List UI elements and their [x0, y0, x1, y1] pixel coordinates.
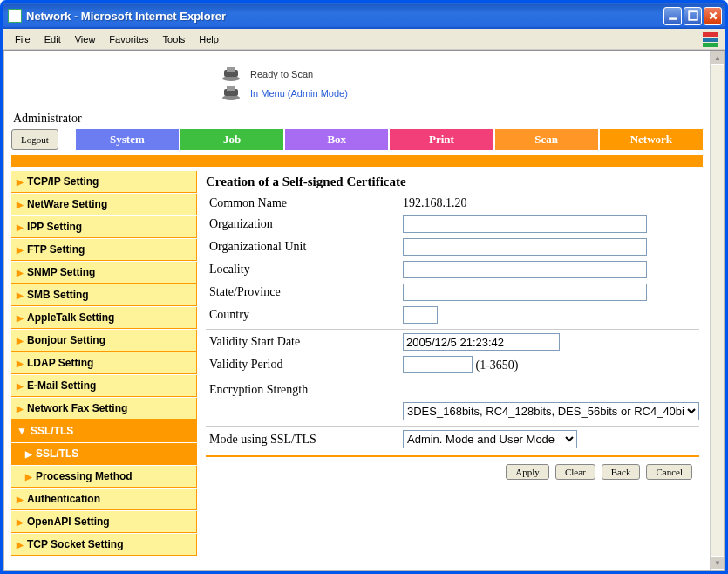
arrow-right-icon: ▶ [17, 313, 24, 323]
svg-rect-0 [669, 17, 677, 19]
menu-favorites[interactable]: Favorites [102, 31, 155, 47]
logout-button[interactable]: Logout [11, 129, 58, 150]
scroll-down-icon[interactable]: ▼ [711, 556, 725, 570]
arrow-right-icon: ▶ [17, 359, 24, 368]
arrow-down-icon: ▼ [17, 425, 27, 437]
minimize-button[interactable] [663, 7, 682, 25]
encryption-select[interactable]: 3DES_168bits, RC4_128bits, DES_56bits or… [403, 402, 699, 420]
ie-logo-icon [701, 30, 720, 49]
browser-viewport: Ready to Scan In Menu (Admin Mode) Admin… [3, 50, 725, 571]
state-input[interactable] [403, 284, 647, 301]
device-status: Ready to Scan In Menu (Admin Mode) [221, 66, 703, 101]
status-ready-label: Ready to Scan [250, 69, 313, 79]
menu-edit[interactable]: Edit [37, 31, 68, 47]
vertical-scrollbar[interactable]: ▲ ▼ [710, 51, 724, 570]
menu-tools[interactable]: Tools [156, 31, 193, 47]
sidebar-item-snmp[interactable]: ▶SNMP Setting [11, 262, 197, 284]
apply-button[interactable]: Apply [506, 464, 549, 480]
svg-rect-4 [703, 43, 718, 47]
action-row: Apply Clear Back Cancel [206, 464, 699, 480]
section-divider [11, 155, 703, 167]
maximize-button[interactable] [684, 7, 702, 25]
validity-period-input[interactable] [403, 356, 473, 373]
divider [206, 379, 699, 379]
arrow-right-icon: ▶ [25, 472, 32, 482]
sidebar-item-netfax[interactable]: ▶Network Fax Setting [11, 398, 197, 420]
app-icon [8, 9, 22, 23]
menu-help[interactable]: Help [192, 31, 226, 47]
arrow-right-icon: ▶ [17, 290, 24, 300]
arrow-right-icon: ▶ [17, 381, 24, 391]
arrow-right-icon: ▶ [17, 495, 24, 504]
administrator-label: Administrator [13, 112, 703, 126]
section-divider [206, 455, 699, 457]
menu-file[interactable]: File [8, 31, 37, 47]
state-label: State/Province [206, 285, 403, 299]
sidebar-item-bonjour[interactable]: ▶Bonjour Setting [11, 330, 197, 352]
printer-icon [221, 85, 242, 101]
arrow-right-icon: ▶ [17, 268, 24, 277]
arrow-right-icon: ▶ [17, 540, 24, 550]
arrow-right-icon: ▶ [25, 449, 32, 459]
menu-view[interactable]: View [68, 31, 103, 47]
sidebar-item-ldap[interactable]: ▶LDAP Setting [11, 352, 197, 374]
svg-rect-3 [703, 38, 718, 42]
org-unit-label: Organizational Unit [206, 240, 403, 254]
sidebar-item-appletalk[interactable]: ▶AppleTalk Setting [11, 307, 197, 329]
titlebar: Network - Microsoft Internet Explorer [3, 3, 725, 29]
mode-select[interactable]: Admin. Mode and User Mode [403, 430, 577, 448]
sidebar: ▶TCP/IP Setting ▶NetWare Setting ▶IPP Se… [11, 171, 197, 556]
sidebar-item-processing-method[interactable]: ▶Processing Method [11, 466, 197, 488]
window-title: Network - Microsoft Internet Explorer [26, 10, 663, 23]
tab-box[interactable]: Box [285, 129, 390, 150]
svg-rect-2 [703, 32, 718, 37]
organization-label: Organization [206, 217, 403, 231]
sidebar-item-openapi[interactable]: ▶OpenAPI Setting [11, 511, 197, 533]
sidebar-item-netware[interactable]: ▶NetWare Setting [11, 194, 197, 215]
mode-label: Mode using SSL/TLS [206, 433, 403, 447]
cancel-button[interactable]: Cancel [646, 464, 692, 480]
sidebar-item-smb[interactable]: ▶SMB Setting [11, 284, 197, 306]
form-heading: Creation of a Self-signed Certificate [206, 174, 699, 189]
organization-input[interactable] [403, 215, 647, 233]
tab-print[interactable]: Print [390, 129, 494, 150]
country-label: Country [206, 308, 403, 322]
tab-system[interactable]: System [76, 129, 180, 150]
validity-start-input[interactable] [403, 333, 560, 351]
sidebar-group-ssl-tls[interactable]: ▼SSL/TLS [11, 420, 197, 442]
country-input[interactable] [403, 306, 438, 324]
validity-period-range: (1-3650) [476, 359, 519, 372]
main-tabs: System Job Box Print Scan Network [76, 129, 703, 150]
svg-rect-1 [689, 11, 697, 20]
close-button[interactable] [704, 7, 722, 25]
scroll-up-icon[interactable]: ▲ [711, 51, 725, 65]
svg-rect-7 [227, 67, 235, 72]
sidebar-item-ftp[interactable]: ▶FTP Setting [11, 239, 197, 261]
sidebar-item-tcpip[interactable]: ▶TCP/IP Setting [11, 171, 197, 193]
tab-scan[interactable]: Scan [495, 129, 600, 150]
sidebar-item-email[interactable]: ▶E-Mail Setting [11, 375, 197, 397]
validity-start-label: Validity Start Date [206, 335, 403, 349]
divider [206, 329, 699, 330]
arrow-right-icon: ▶ [17, 177, 24, 187]
divider [206, 426, 699, 427]
sidebar-sub-ssl-tls[interactable]: ▶SSL/TLS [11, 443, 197, 465]
status-menu-label: In Menu (Admin Mode) [250, 88, 348, 99]
tab-network[interactable]: Network [600, 129, 703, 150]
menubar: File Edit View Favorites Tools Help [3, 29, 725, 50]
sidebar-item-ipp[interactable]: ▶IPP Setting [11, 216, 197, 238]
sidebar-item-tcpsocket[interactable]: ▶TCP Socket Setting [11, 534, 197, 556]
clear-button[interactable]: Clear [555, 464, 595, 480]
back-button[interactable]: Back [602, 464, 641, 480]
arrow-right-icon: ▶ [17, 517, 24, 527]
encryption-label: Encryption Strength [206, 383, 403, 397]
page-content: Ready to Scan In Menu (Admin Mode) Admin… [4, 51, 710, 570]
validity-period-label: Validity Period [206, 358, 403, 372]
tab-job[interactable]: Job [180, 129, 285, 150]
arrow-right-icon: ▶ [17, 404, 24, 413]
arrow-right-icon: ▶ [17, 222, 24, 232]
org-unit-input[interactable] [403, 238, 647, 256]
sidebar-item-authentication[interactable]: ▶Authentication [11, 489, 197, 510]
locality-input[interactable] [403, 261, 647, 278]
arrow-right-icon: ▶ [17, 245, 24, 255]
